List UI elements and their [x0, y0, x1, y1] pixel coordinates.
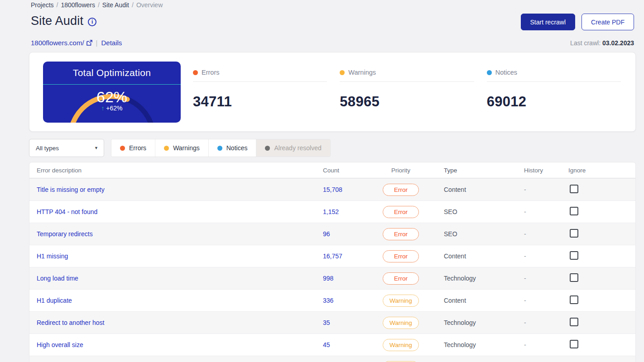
warnings-count: 58965: [340, 94, 474, 110]
type-filter-select[interactable]: All types▼: [29, 139, 104, 157]
notices-dot-icon: [487, 70, 492, 75]
issue-link[interactable]: High overall size: [29, 341, 316, 348]
issue-count-link[interactable]: 35: [316, 319, 383, 326]
table-row: Warning: [29, 356, 635, 362]
start-recrawl-button[interactable]: Start recrawl: [521, 14, 576, 30]
issue-history: -: [517, 186, 561, 193]
table-row: H1 missing 16,757 Error Content -: [29, 245, 635, 267]
ignore-checkbox[interactable]: [570, 295, 578, 304]
errors-count: 34711: [193, 94, 327, 110]
issue-link[interactable]: Long load time: [29, 275, 316, 282]
issue-history: -: [517, 208, 561, 215]
issue-history: -: [517, 275, 561, 282]
issue-type: Content: [419, 297, 517, 304]
table-row: H1 duplicate 336 Warning Content -: [29, 289, 635, 311]
notices-dot-icon: [217, 146, 222, 151]
external-link-icon: [87, 40, 92, 46]
issue-count-link[interactable]: 16,757: [316, 252, 383, 260]
table-header: Error description Count Priority Type Hi…: [29, 162, 635, 178]
warnings-dot-icon: [340, 70, 345, 75]
issues-table: Error description Count Priority Type Hi…: [29, 162, 636, 362]
stat-label: Warnings: [348, 69, 376, 76]
tab-errors[interactable]: Errors: [111, 139, 155, 157]
col-type: Type: [419, 167, 517, 174]
priority-badge: Error: [383, 206, 419, 218]
details-link[interactable]: Details: [101, 39, 122, 47]
table-row: Long load time 998 Error Technology -: [29, 267, 635, 289]
breadcrumb-current: Overview: [136, 1, 163, 9]
ignore-checkbox[interactable]: [570, 318, 578, 326]
gauge-delta: ↑ +62%: [43, 105, 181, 112]
priority-badge: Warning: [383, 339, 419, 351]
issue-type: Technology: [419, 275, 517, 282]
up-arrow-icon: ↑: [101, 105, 104, 112]
issue-link[interactable]: Temporary redirects: [29, 230, 316, 238]
issue-history: -: [517, 341, 561, 348]
errors-dot-icon: [120, 146, 125, 151]
ignore-checkbox[interactable]: [570, 251, 578, 260]
severity-tabs: Errors Warnings Notices Already resolved: [111, 139, 331, 157]
issue-history: -: [517, 252, 561, 260]
breadcrumb-projects[interactable]: Projects: [31, 1, 54, 9]
issue-link[interactable]: Redirect to another host: [29, 319, 316, 326]
issue-type: Content: [419, 186, 517, 193]
col-count: Count: [316, 167, 383, 174]
issue-count-link[interactable]: 15,708: [316, 186, 383, 193]
ignore-checkbox[interactable]: [570, 185, 578, 193]
warnings-dot-icon: [164, 146, 169, 151]
ignore-checkbox[interactable]: [570, 273, 578, 282]
breadcrumb-project[interactable]: 1800flowers: [61, 1, 95, 9]
priority-badge: Error: [383, 272, 419, 285]
issue-link[interactable]: H1 missing: [29, 252, 316, 260]
stat-errors: Errors 34711: [193, 69, 327, 131]
resolved-dot-icon: [265, 146, 270, 151]
issue-link[interactable]: Title is missing or empty: [29, 186, 316, 193]
priority-badge: Error: [383, 228, 419, 240]
chevron-down-icon: ▼: [94, 146, 98, 150]
issue-link[interactable]: HTTP 404 - not found: [29, 208, 316, 215]
issue-type: SEO: [419, 230, 517, 238]
stat-notices: Notices 69012: [487, 69, 621, 131]
tab-already-resolved[interactable]: Already resolved: [256, 139, 330, 157]
gauge-value: 62%: [43, 89, 181, 105]
issue-type: Technology: [419, 341, 517, 348]
priority-badge: Warning: [383, 317, 419, 329]
issue-count-link[interactable]: 96: [316, 230, 383, 238]
create-pdf-button[interactable]: Create PDF: [582, 14, 634, 30]
breadcrumb: Projects/1800flowers/Site Audit/Overview: [31, 1, 163, 9]
priority-badge: Error: [383, 184, 419, 196]
issue-count-link[interactable]: 998: [316, 275, 383, 282]
ignore-checkbox[interactable]: [570, 340, 578, 348]
breadcrumb-separator: /: [98, 1, 100, 9]
ignore-checkbox[interactable]: [570, 207, 578, 215]
col-error-description: Error description: [29, 167, 316, 174]
total-optimization-card: Total Optimization 62% ↑ +62%: [43, 62, 181, 123]
issue-type: Content: [419, 252, 517, 260]
issue-type: Technology: [419, 319, 517, 326]
issue-count-link[interactable]: 336: [316, 297, 383, 304]
domain-link[interactable]: 1800flowers.com/: [31, 39, 92, 47]
stat-label: Errors: [202, 69, 219, 76]
stat-label: Notices: [495, 69, 517, 76]
gauge-title: Total Optimization: [43, 62, 181, 85]
breadcrumb-site-audit[interactable]: Site Audit: [102, 1, 129, 9]
table-row: HTTP 404 - not found 1,152 Error SEO -: [29, 200, 635, 223]
issue-count-link[interactable]: 45: [316, 341, 383, 348]
col-ignore: Ignore: [561, 167, 635, 174]
table-row: Temporary redirects 96 Error SEO -: [29, 223, 635, 245]
info-icon[interactable]: i: [88, 18, 96, 26]
issue-history: -: [517, 319, 561, 326]
stat-warnings: Warnings 58965: [340, 69, 474, 131]
site-audit-page: Projects/1800flowers/Site Audit/Overview…: [0, 0, 644, 362]
notices-count: 69012: [487, 94, 621, 110]
issue-link[interactable]: H1 duplicate: [29, 297, 316, 304]
page-title: Site Audit: [31, 14, 83, 28]
ignore-checkbox[interactable]: [570, 229, 578, 238]
priority-badge: Warning: [383, 295, 419, 307]
tab-warnings[interactable]: Warnings: [155, 139, 209, 157]
priority-badge: Error: [383, 250, 419, 262]
issue-count-link[interactable]: 1,152: [316, 208, 383, 215]
issue-type: SEO: [419, 208, 517, 215]
tab-notices[interactable]: Notices: [209, 139, 257, 157]
col-priority: Priority: [383, 167, 419, 174]
